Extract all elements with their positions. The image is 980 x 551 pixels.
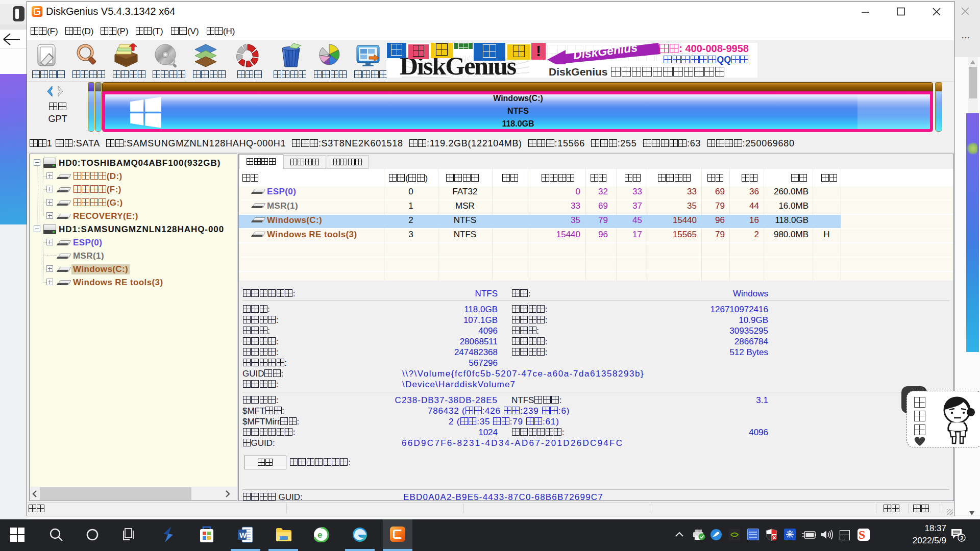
svg-text:e: e: [317, 530, 322, 540]
svg-text:W: W: [239, 531, 247, 539]
svg-text:2: 2: [961, 535, 964, 541]
